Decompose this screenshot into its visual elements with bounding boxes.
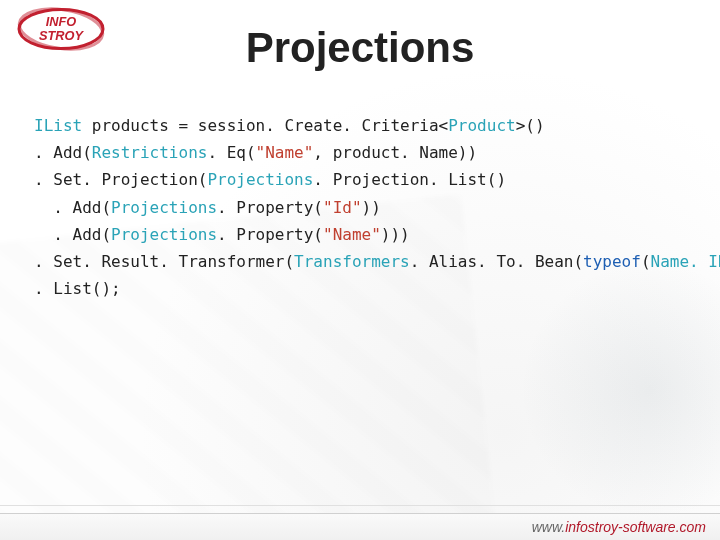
code-token: >() bbox=[516, 116, 545, 135]
code-token: Name. ID bbox=[651, 252, 720, 271]
code-token: ( bbox=[641, 252, 651, 271]
code-token: Projections bbox=[207, 170, 313, 189]
code-token: typeof bbox=[583, 252, 641, 271]
code-token: Restrictions bbox=[92, 143, 208, 162]
footer-link-text: infostroy-software.com bbox=[565, 519, 706, 535]
code-token: Transformers bbox=[294, 252, 410, 271]
code-token: "Name" bbox=[323, 225, 381, 244]
footer-link[interactable]: www.infostroy-software.com bbox=[532, 519, 706, 535]
code-block: IList products = session. Create. Criter… bbox=[34, 112, 686, 302]
code-token: IList bbox=[34, 116, 82, 135]
footer-link-prefix: www. bbox=[532, 519, 565, 535]
code-token: . Set. Result. Transformer( bbox=[34, 252, 294, 271]
code-token: Projections bbox=[111, 198, 217, 217]
code-token: Product bbox=[448, 116, 515, 135]
code-token: "Id" bbox=[323, 198, 362, 217]
code-token: , product. Name)) bbox=[313, 143, 477, 162]
code-token: Projections bbox=[111, 225, 217, 244]
slide: INFO STROY Projections IList products = … bbox=[0, 0, 720, 540]
code-token: ))) bbox=[381, 225, 410, 244]
code-token: . Eq( bbox=[207, 143, 255, 162]
footer: www.infostroy-software.com bbox=[0, 513, 720, 540]
divider bbox=[0, 505, 720, 506]
code-token: . Add( bbox=[34, 225, 111, 244]
code-token: . Property( bbox=[217, 198, 323, 217]
slide-title: Projections bbox=[0, 24, 720, 72]
code-token: . Add( bbox=[34, 198, 111, 217]
code-token: . Projection. List() bbox=[313, 170, 506, 189]
code-token: . Property( bbox=[217, 225, 323, 244]
code-token: . Alias. To. Bean( bbox=[410, 252, 583, 271]
code-token: products = session. Create. Criteria< bbox=[82, 116, 448, 135]
code-token: . List(); bbox=[34, 279, 121, 298]
code-token: . Set. Projection( bbox=[34, 170, 207, 189]
code-token: )) bbox=[362, 198, 381, 217]
code-token: "Name" bbox=[256, 143, 314, 162]
code-token: . Add( bbox=[34, 143, 92, 162]
